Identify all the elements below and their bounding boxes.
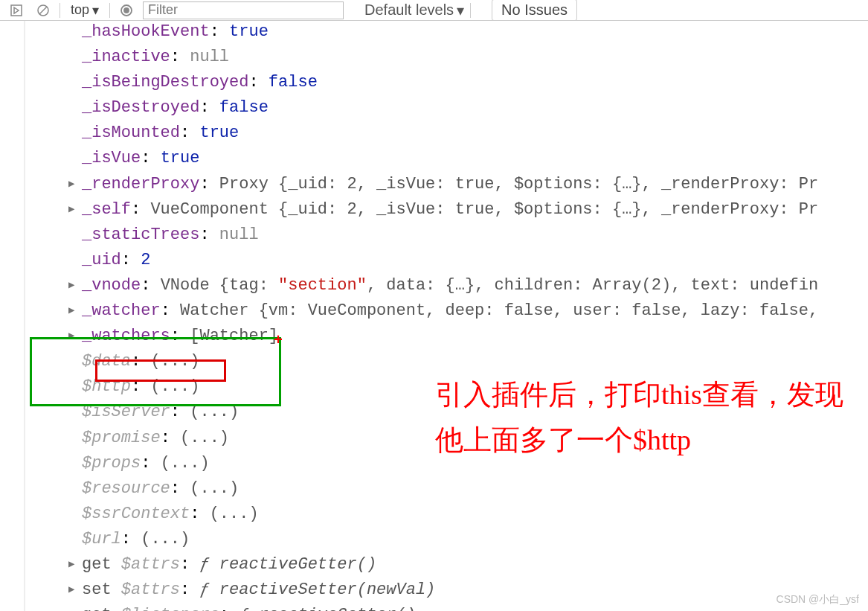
levels-label: Default levels (364, 1, 454, 19)
issues-button[interactable]: No Issues (492, 0, 577, 21)
divider (60, 3, 60, 18)
property-value: reactiveSetter(newVal) (219, 580, 435, 599)
property-type: VNode (161, 276, 210, 295)
property-key: _self (82, 200, 131, 219)
property-row[interactable]: $data: (...) (82, 349, 868, 374)
property-value: (...) (210, 505, 259, 523)
property-key: _renderProxy (82, 175, 199, 193)
property-row[interactable]: _uid: 2 (82, 248, 868, 273)
expand-icon[interactable]: ▶ (68, 202, 74, 218)
property-preview: {_uid: 2, _isVue: true, $options: {…}, _… (278, 175, 818, 193)
expand-icon[interactable]: ▶ (68, 582, 74, 598)
property-value: (...) (190, 479, 239, 498)
watermark: CSDN @小白_ysf (777, 593, 859, 607)
property-key: _uid (82, 251, 121, 269)
property-row[interactable]: _isBeingDestroyed: false (82, 70, 868, 95)
property-preview: , data: {…}, children: Array(2), text: u… (367, 276, 818, 295)
property-value: (...) (150, 352, 199, 371)
property-type: Proxy (219, 175, 269, 193)
property-row[interactable]: ▶ _vnode: VNode {tag: "section", data: {… (82, 273, 868, 298)
property-value: [Watcher] (190, 327, 278, 345)
property-key: _watcher (82, 301, 161, 320)
property-key: $promise (82, 429, 161, 447)
property-value: true (199, 124, 239, 142)
property-row[interactable]: ▶ get $listeners: ƒ reactiveGetter() (82, 603, 868, 611)
property-value: null (219, 225, 259, 244)
property-key: _hasHookEvent (82, 22, 210, 41)
clear-console-icon[interactable] (33, 1, 54, 19)
chevron-down-icon: ▾ (457, 1, 464, 19)
expand-icon[interactable]: ▶ (68, 557, 74, 573)
property-value: false (219, 98, 269, 117)
property-value: reactiveGetter() (259, 606, 416, 611)
expand-icon[interactable]: ▶ (68, 176, 74, 193)
filter-input[interactable] (143, 1, 344, 19)
property-type: VueComponent (150, 200, 268, 219)
property-row[interactable]: $url: (...) (82, 527, 868, 552)
property-row[interactable]: ▶ _watchers: [Watcher] (82, 324, 868, 349)
annotation-marker: + (274, 332, 283, 349)
property-row[interactable]: ▶ _watcher: Watcher {vm: VueComponent, d… (82, 298, 868, 324)
property-row[interactable]: ▶ _renderProxy: Proxy {_uid: 2, _isVue: … (82, 172, 868, 197)
property-key: _inactive (82, 48, 170, 66)
property-row[interactable]: _hasHookEvent: true (82, 19, 868, 45)
property-key: _vnode (82, 276, 141, 295)
context-label: top (71, 2, 89, 18)
play-script-icon[interactable] (6, 1, 27, 19)
property-row[interactable]: _staticTrees: null (82, 223, 868, 248)
expand-icon[interactable]: ▶ (68, 303, 74, 319)
property-key: _isMounted (82, 124, 180, 142)
expand-icon[interactable]: ▶ (68, 328, 74, 345)
log-levels-selector[interactable]: Default levels ▾ (364, 1, 464, 19)
property-key: _staticTrees (82, 225, 199, 244)
property-key: _isDestroyed (82, 98, 199, 117)
svg-line-2 (39, 7, 47, 14)
property-value: null (190, 48, 229, 66)
property-key: $props (82, 454, 141, 473)
property-row[interactable]: ▶ _self: VueComponent {_uid: 2, _isVue: … (82, 197, 868, 223)
property-key: $listeners (121, 606, 219, 611)
property-row[interactable]: _isMounted: true (82, 121, 868, 146)
property-row[interactable]: _isDestroyed: false (82, 95, 868, 121)
property-key: _isVue (82, 149, 141, 167)
property-value: reactiveGetter() (219, 555, 376, 574)
property-value: false (269, 73, 318, 92)
execution-context-selector[interactable]: top ▾ (66, 2, 103, 19)
svg-rect-0 (11, 5, 22, 16)
property-key: $ssrContext (82, 505, 190, 523)
divider (470, 3, 471, 18)
property-preview: {vm: VueComponent, deep: false, user: fa… (259, 301, 819, 320)
property-value: (...) (141, 530, 190, 548)
svg-point-4 (124, 8, 129, 13)
expand-icon[interactable]: ▶ (68, 607, 74, 611)
expand-icon[interactable]: ▶ (68, 278, 74, 294)
property-value: true (229, 22, 269, 41)
property-row[interactable]: $resource: (...) (82, 476, 868, 502)
property-key: _watchers (82, 327, 170, 345)
property-row[interactable]: _isVue: true (82, 146, 868, 171)
property-row[interactable]: $ssrContext: (...) (82, 502, 868, 527)
property-key: $resource (82, 479, 170, 498)
property-key: $data (82, 352, 131, 371)
property-key: _isBeingDestroyed (82, 73, 248, 92)
property-value: (...) (190, 403, 239, 421)
chevron-down-icon: ▾ (92, 2, 99, 19)
property-key: $attrs (121, 555, 180, 574)
live-expression-icon[interactable] (116, 1, 137, 19)
property-row[interactable]: ▶ set $attrs: ƒ reactiveSetter(newVal) (82, 578, 868, 603)
property-key: $http (82, 377, 131, 396)
property-type: Watcher (180, 301, 248, 320)
property-row[interactable]: _inactive: null (82, 45, 868, 70)
property-row[interactable]: ▶ get $attrs: ƒ reactiveGetter() (82, 552, 868, 578)
console-output: _hasHookEvent: true _inactive: null _isB… (0, 21, 868, 611)
property-value: (...) (161, 454, 210, 473)
divider (109, 3, 110, 18)
property-value: true (161, 149, 200, 167)
annotation-text: 引入插件后，打印this查看，发现他上面多了一个$http (435, 372, 852, 463)
property-key: $isServer (82, 403, 170, 421)
property-value: (...) (150, 377, 199, 396)
property-preview: {_uid: 2, _isVue: true, $options: {…}, _… (278, 200, 818, 219)
console-toolbar: top ▾ Default levels ▾ No Issues (0, 0, 868, 21)
property-key: $url (82, 530, 121, 548)
property-key: $attrs (121, 580, 180, 599)
